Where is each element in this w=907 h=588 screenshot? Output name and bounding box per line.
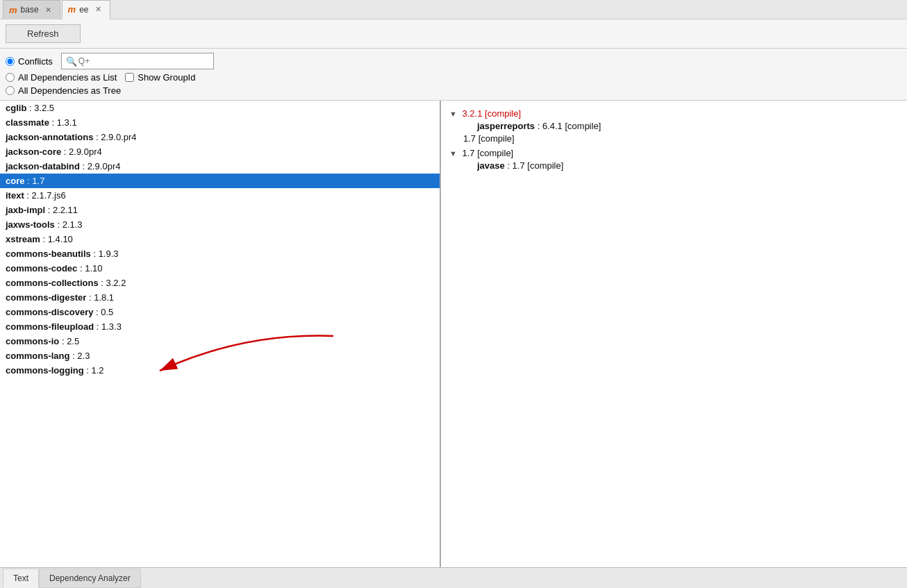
list-item[interactable]: cglib : 3.2.5 <box>0 101 440 115</box>
bottom-tab-bar: Text Dependency Analyzer <box>0 567 907 588</box>
list-item[interactable]: itext : 2.1.7.js6 <box>0 188 440 203</box>
list-item[interactable]: commons-discovery : 0.5 <box>0 305 440 319</box>
list-item[interactable]: jaxws-tools : 2.1.3 <box>0 217 440 232</box>
all-deps-tree-label: All Dependencies as Tree <box>18 85 121 96</box>
tab-bar: m base ✕ m ee ✕ <box>0 0 907 19</box>
tab-base-label: base <box>21 5 39 15</box>
right-panel: ▼ 3.2.1 [compile] jasperreports : 6.4.1 … <box>441 101 907 567</box>
chevron-down-icon: ▼ <box>449 149 457 158</box>
refresh-button[interactable]: Refresh <box>6 24 81 43</box>
bottom-tab-text[interactable]: Text <box>3 569 39 588</box>
options-row-1: Conflicts 🔍 <box>6 53 901 69</box>
dependency-list: cglib : 3.2.5 classmate : 1.3.1 jackson-… <box>0 101 440 378</box>
show-groupid-group[interactable]: Show GroupId <box>125 72 195 83</box>
all-deps-list-radio-group[interactable]: All Dependencies as List <box>6 72 117 83</box>
show-groupid-label: Show GroupId <box>138 72 195 83</box>
list-item[interactable]: jackson-core : 2.9.0pr4 <box>0 144 440 159</box>
conflicts-radio-group[interactable]: Conflicts <box>6 56 53 67</box>
main-content: cglib : 3.2.5 classmate : 1.3.1 jackson-… <box>0 101 907 567</box>
toolbar: Refresh <box>0 19 907 49</box>
tab-base[interactable]: m base ✕ <box>3 0 60 19</box>
all-deps-tree-radio[interactable] <box>6 86 15 95</box>
tab-ee[interactable]: m ee ✕ <box>62 0 110 19</box>
tab-ee-close[interactable]: ✕ <box>95 5 101 14</box>
bottom-tab-dependency-analyzer[interactable]: Dependency Analyzer <box>39 569 141 588</box>
list-item[interactable]: commons-fileupload : 1.3.3 <box>0 319 440 334</box>
show-groupid-checkbox[interactable] <box>125 73 134 82</box>
conflicts-label: Conflicts <box>18 56 53 67</box>
list-item[interactable]: classmate : 1.3.1 <box>0 115 440 130</box>
list-item[interactable]: jaxb-impl : 2.2.11 <box>0 203 440 217</box>
list-item[interactable]: jackson-databind : 2.9.0pr4 <box>0 159 440 174</box>
options-bar: Conflicts 🔍 All Dependencies as List Sho… <box>0 49 907 101</box>
tab-base-close[interactable]: ✕ <box>45 6 51 15</box>
list-item[interactable]: xstream : 1.4.10 <box>0 232 440 246</box>
search-icon: 🔍 <box>66 56 77 67</box>
list-item[interactable]: commons-lang : 2.3 <box>0 348 440 363</box>
tree-ref-1: 1.7 [compile] <box>463 131 899 146</box>
conflicts-radio[interactable] <box>6 57 15 66</box>
options-row-3: All Dependencies as Tree <box>6 85 901 96</box>
bottom-tab-dependency-analyzer-label: Dependency Analyzer <box>49 573 131 583</box>
list-item[interactable]: commons-io : 2.5 <box>0 334 440 348</box>
list-item[interactable]: commons-digester : 1.8.1 <box>0 290 440 305</box>
tab-base-icon: m <box>9 5 17 15</box>
list-item[interactable]: commons-beanutils : 1.9.3 <box>0 246 440 261</box>
options-row-2: All Dependencies as List Show GroupId <box>6 72 901 83</box>
list-item[interactable]: commons-logging : 1.2 <box>0 363 440 378</box>
tree-child-javase: javase : 1.7 [compile] <box>477 160 899 171</box>
search-box[interactable]: 🔍 <box>61 53 214 69</box>
all-deps-tree-radio-group[interactable]: All Dependencies as Tree <box>6 85 121 96</box>
all-deps-list-radio[interactable] <box>6 73 15 82</box>
left-panel[interactable]: cglib : 3.2.5 classmate : 1.3.1 jackson-… <box>0 101 441 567</box>
list-item[interactable]: jackson-annotations : 2.9.0.pr4 <box>0 130 440 144</box>
list-item[interactable]: commons-codec : 1.10 <box>0 261 440 276</box>
tab-ee-icon: m <box>68 4 76 15</box>
chevron-down-icon: ▼ <box>449 110 457 118</box>
bottom-tab-text-label: Text <box>13 573 28 583</box>
list-item-selected[interactable]: core : 1.7 <box>0 174 440 188</box>
tab-ee-label: ee <box>79 5 88 15</box>
search-input[interactable] <box>78 56 209 66</box>
all-deps-list-label: All Dependencies as List <box>18 72 117 83</box>
tree-child-jasperreports: jasperreports : 6.4.1 [compile] <box>477 121 899 131</box>
list-item[interactable]: commons-collections : 3.2.2 <box>0 276 440 290</box>
